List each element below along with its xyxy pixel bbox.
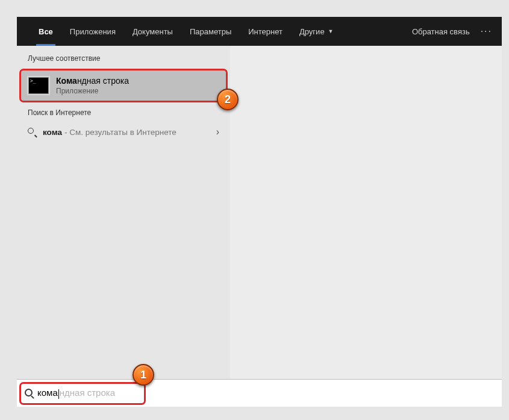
search-icon <box>25 389 34 398</box>
search-bar: командная строка <box>17 379 502 407</box>
feedback-link[interactable]: Обратная связь <box>412 27 470 36</box>
best-match-label: Лучшее соответствие <box>17 54 230 66</box>
chevron-down-icon: ▼ <box>328 28 334 34</box>
web-search-result[interactable]: кома- См. результаты в Интернете › <box>17 121 230 143</box>
preview-pane <box>230 46 502 407</box>
result-subtitle: Приложение <box>56 87 129 95</box>
tab-other[interactable]: Другие ▼ <box>291 17 342 46</box>
web-search-label: Поиск в Интернете <box>17 108 230 121</box>
tab-internet[interactable]: Интернет <box>240 17 291 46</box>
tab-other-label: Другие <box>299 27 325 36</box>
result-title: Командная строка <box>56 76 129 86</box>
more-icon[interactable]: ··· <box>481 26 492 37</box>
tab-documents[interactable]: Документы <box>124 17 181 46</box>
filter-tabs: Все Приложения Документы Параметры Интер… <box>17 17 502 46</box>
results-column: Лучшее соответствие Командная строка При… <box>17 46 230 407</box>
tab-parameters[interactable]: Параметры <box>181 17 240 46</box>
annotation-badge-2: 2 <box>217 89 239 110</box>
tab-apps[interactable]: Приложения <box>61 17 124 46</box>
best-match-result[interactable]: Командная строка Приложение <box>19 69 228 102</box>
tab-all[interactable]: Все <box>30 17 61 46</box>
search-input[interactable]: командная строка <box>19 382 146 405</box>
search-typed-text: командная строка <box>37 387 115 398</box>
web-query-text: кома- См. результаты в Интернете <box>43 128 176 137</box>
annotation-badge-1: 1 <box>133 364 154 386</box>
search-icon <box>28 128 37 137</box>
command-prompt-icon <box>28 77 49 94</box>
chevron-right-icon: › <box>216 127 219 137</box>
